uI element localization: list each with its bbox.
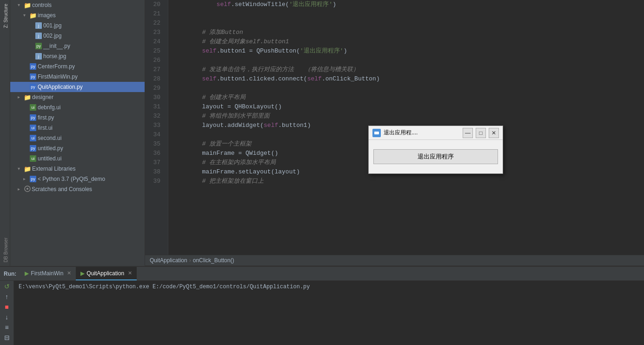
ln-34: 34 xyxy=(145,130,164,139)
popup-app-icon xyxy=(372,129,381,137)
breadcrumb-part1: QuitApplication xyxy=(150,257,187,264)
ui-icon-debnfg: ui xyxy=(30,104,36,111)
sidebar-item-untitledui[interactable]: ui untitled.ui xyxy=(10,153,145,164)
sidebar-item-002jpg[interactable]: j 002.jpg xyxy=(10,31,145,41)
code-line-21 xyxy=(173,9,644,19)
sidebar-item-extlibs[interactable]: 📁 External Libraries xyxy=(10,164,145,174)
label-secondui: second.ui xyxy=(38,135,61,141)
line-numbers-gutter: 20 21 22 23 24 25 26 27 28 29 30 31 32 3… xyxy=(145,0,168,255)
popup-titlebar: 退出应用程.... — □ ✕ xyxy=(369,126,503,140)
sidebar-item-001jpg[interactable]: j 001.jpg xyxy=(10,20,145,31)
run-tab-firstmainwin[interactable]: ▶ FirstMainWin ✕ xyxy=(20,267,76,280)
scratch-icon xyxy=(24,186,32,193)
run-panel: Run: ▶ FirstMainWin ✕ ▶ QuitApplication … xyxy=(0,266,644,345)
ln-38: 38 xyxy=(145,167,164,177)
label-quitapp: QuitApplication.py xyxy=(38,84,83,90)
folder-icon-controls: 📁 xyxy=(24,2,31,8)
code-line-23: # 添加Button xyxy=(173,28,644,37)
code-line-32: # 将组件加到水平部里面 xyxy=(173,112,644,121)
sidebar-item-horsejpg[interactable]: j horse.jpg xyxy=(10,51,145,61)
popup-controls: — □ ✕ xyxy=(463,128,499,138)
sidebar-item-quitapp[interactable]: py QuitApplication.py xyxy=(10,82,145,92)
run-restart-icon[interactable]: ↺ xyxy=(2,283,12,290)
run-content: ↺ ↑ ■ ↓ ≡ ⊟ 📌 🖨 E:\venvs\PyQt5_demo1\Scr… xyxy=(0,281,644,345)
svg-rect-3 xyxy=(374,132,379,134)
code-line-22 xyxy=(173,19,644,28)
popup-quit-button[interactable]: 退出应用程序 xyxy=(373,149,498,164)
sidebar-item-designer[interactable]: 📁 designer xyxy=(10,92,145,102)
code-line-20: self.setWindowTitle('退出应用程序') xyxy=(173,0,644,9)
popup-close-btn[interactable]: ✕ xyxy=(489,128,499,138)
code-line-27: # 发送单击信号，执行对应的方法 （将信息与槽关联） xyxy=(173,65,644,74)
code-line-39: # 把主框架放在窗口上 xyxy=(173,177,644,186)
arrow-controls xyxy=(18,2,23,8)
sidebar-item-init-py[interactable]: py __init__.py xyxy=(10,41,145,51)
jpg-icon-001: j xyxy=(35,22,42,29)
popup-minimize-btn[interactable]: — xyxy=(463,128,473,138)
label-extlibs: External Libraries xyxy=(32,166,75,172)
firstmainwin-icon: ▶ xyxy=(25,270,29,277)
run-collapse-icon[interactable]: ⊟ xyxy=(2,334,12,341)
svg-point-1 xyxy=(27,188,28,190)
run-sidebar-icons: ↺ ↑ ■ ↓ ≡ ⊟ 📌 🖨 xyxy=(0,281,14,345)
ln-21: 21 xyxy=(145,9,164,19)
py-icon-python37: py xyxy=(30,176,36,182)
code-line-31: layout = QHBoxLayout() xyxy=(173,102,644,112)
run-settings-icon[interactable]: ≡ xyxy=(2,324,12,331)
label-init: __init__.py xyxy=(43,43,70,49)
py-icon-init: py xyxy=(35,43,42,49)
ln-37: 37 xyxy=(145,158,164,167)
project-sidebar: 📁 controls 📁 images j 001.jpg j 002.jpg xyxy=(10,0,145,266)
ln-26: 26 xyxy=(145,56,164,65)
ui-icon-firstui: ui xyxy=(30,125,36,131)
sidebar-item-scratches[interactable]: Scratches and Consoles xyxy=(10,184,145,194)
sidebar-item-untitledpy[interactable]: py untitled.py xyxy=(10,143,145,153)
ln-32: 32 xyxy=(145,112,164,121)
sidebar-item-centerform[interactable]: py CenterForm.py xyxy=(10,61,145,72)
sidebar-item-firstui[interactable]: ui first.ui xyxy=(10,123,145,133)
ln-39: 39 xyxy=(145,177,164,186)
run-output-line: E:\venvs\PyQt5_demo1\Scripts\python.exe … xyxy=(19,284,639,290)
quitapp-tab-close[interactable]: ✕ xyxy=(128,270,132,276)
ln-31: 31 xyxy=(145,102,164,112)
code-line-29 xyxy=(173,84,644,93)
jpg-icon-002: j xyxy=(35,33,42,39)
run-scroll-down-icon[interactable]: ↓ xyxy=(2,313,12,321)
vertical-tabs-strip: Z: Structure DB Browser xyxy=(0,0,10,266)
code-line-26 xyxy=(173,56,644,65)
label-firstmainwin: FirstMainWin.py xyxy=(38,73,78,80)
sidebar-item-controls[interactable]: 📁 controls xyxy=(10,0,145,10)
firstmainwin-tab-label: FirstMainWin xyxy=(31,270,63,277)
label-002jpg: 002.jpg xyxy=(43,33,61,39)
vtab-db-browser[interactable]: DB Browser xyxy=(0,234,10,266)
label-firstpy: first.py xyxy=(38,114,54,121)
sidebar-item-python37[interactable]: py < Python 3.7 (PyQt5_demo xyxy=(10,174,145,184)
sidebar-item-images[interactable]: 📁 images xyxy=(10,10,145,20)
sidebar-item-firstpy[interactable]: py first.py xyxy=(10,113,145,123)
ln-23: 23 xyxy=(145,28,164,37)
sidebar-item-firstmainwin[interactable]: py FirstMainWin.py xyxy=(10,72,145,82)
run-scroll-up-icon[interactable]: ↑ xyxy=(2,293,12,300)
ln-27: 27 xyxy=(145,65,164,74)
popup-window: 退出应用程.... — □ ✕ 退出应用程序 xyxy=(368,126,503,174)
quitapp-tab-label: QuitApplication xyxy=(86,270,124,277)
sidebar-item-debnfg[interactable]: ui debnfg.ui xyxy=(10,102,145,113)
label-horse: horse.jpg xyxy=(43,53,66,60)
sidebar-item-secondui[interactable]: ui second.ui xyxy=(10,133,145,143)
run-tabs-bar: Run: ▶ FirstMainWin ✕ ▶ QuitApplication … xyxy=(0,267,644,281)
run-pin-icon[interactable]: 📌 xyxy=(1,342,13,345)
ln-29: 29 xyxy=(145,84,164,93)
vtab-z-structure[interactable]: Z: Structure xyxy=(0,0,10,32)
py-icon-centerform: py xyxy=(30,63,36,70)
ui-icon-untitledui: ui xyxy=(30,155,36,162)
ln-22: 22 xyxy=(145,19,164,28)
folder-icon-designer: 📁 xyxy=(24,94,31,100)
popup-restore-btn[interactable]: □ xyxy=(476,128,486,138)
label-designer: designer xyxy=(32,94,53,100)
firstmainwin-tab-close[interactable]: ✕ xyxy=(67,270,71,276)
run-tab-quitapp[interactable]: ▶ QuitApplication ✕ xyxy=(76,267,137,280)
code-line-24: # 创建全局对象self.button1 xyxy=(173,37,644,46)
run-stop-icon[interactable]: ■ xyxy=(2,303,12,311)
label-debnfg: debnfg.ui xyxy=(38,104,60,111)
run-output-area: E:\venvs\PyQt5_demo1\Scripts\python.exe … xyxy=(14,281,644,345)
